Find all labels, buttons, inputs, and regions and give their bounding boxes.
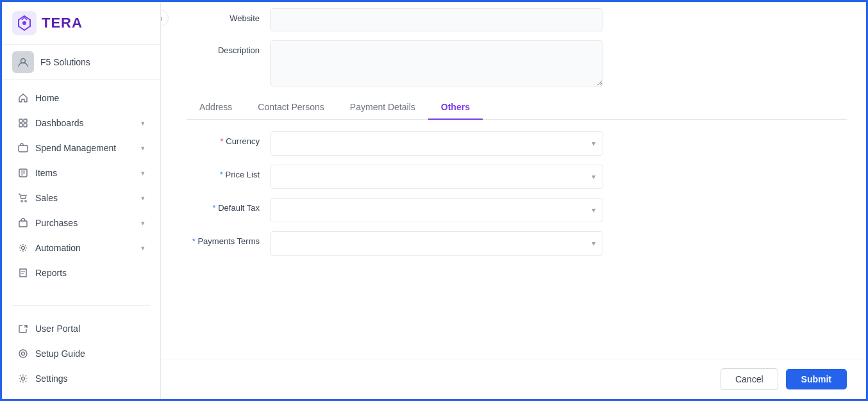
payments-terms-field-row: * Payments Terms ▾ [187,231,847,256]
sidebar-item-label: Purchases [35,218,78,228]
svg-rect-3 [19,119,22,122]
currency-select-wrapper: ▾ [270,131,603,156]
currency-required-star: * [221,136,226,146]
default-tax-required-star: * [213,203,219,213]
nav-bottom: User Portal Setup Guide Settings [2,311,160,399]
svg-point-14 [22,352,25,356]
tab-contact-persons[interactable]: Contact Persons [245,95,337,120]
description-label: Description [187,40,270,55]
price-list-field-row: * Price List ▾ [187,165,847,189]
user-name: F5 Solutions [40,57,90,67]
cancel-button[interactable]: Cancel [721,368,778,390]
sidebar-item-label: Settings [35,373,68,384]
sidebar-item-user-portal[interactable]: User Portal [6,316,156,341]
default-tax-select[interactable] [270,198,603,222]
price-list-select[interactable] [270,165,603,189]
description-input[interactable] [270,40,603,86]
tab-address[interactable]: Address [187,95,245,120]
sidebar-divider [12,305,150,306]
svg-point-1 [22,21,26,25]
currency-select[interactable] [270,131,603,156]
currency-label: * Currency [187,131,270,146]
logo-area: TERA [2,2,160,45]
payments-terms-select-wrapper: ▾ [270,231,603,256]
svg-point-13 [19,350,27,357]
payments-terms-select[interactable] [270,231,603,256]
svg-point-9 [21,201,22,202]
svg-rect-11 [19,221,27,227]
chevron-down-icon: ▾ [141,194,145,202]
sidebar-item-items[interactable]: Items ▾ [6,161,156,185]
reports-icon [17,267,29,279]
items-icon [17,167,29,179]
tabs-row: Address Contact Persons Payment Details … [187,95,847,120]
sidebar-item-label: User Portal [35,323,80,334]
settings-icon [17,373,29,384]
spend-management-icon [17,142,29,154]
setup-guide-icon [17,348,29,359]
tera-logo-icon [12,11,37,35]
sidebar-item-purchases[interactable]: Purchases ▾ [6,211,156,235]
collapse-icon: « [161,13,163,23]
sidebar-item-label: Home [35,93,59,103]
sidebar-item-label: Sales [35,193,58,203]
tab-payment-details[interactable]: Payment Details [337,95,428,120]
svg-rect-5 [19,124,22,127]
sidebar-item-label: Automation [35,243,81,253]
sidebar-item-label: Items [35,168,57,178]
sidebar-item-label: Reports [35,268,67,278]
sidebar-item-home[interactable]: Home [6,86,156,110]
chevron-down-icon: ▾ [141,169,145,177]
payments-terms-label: * Payments Terms [187,231,270,246]
svg-rect-4 [24,119,27,122]
sidebar-item-dashboards[interactable]: Dashboards ▾ [6,111,156,135]
price-list-required-star: * [220,170,226,179]
dashboards-icon [17,117,29,129]
website-input[interactable] [270,8,603,31]
user-portal-icon [17,323,29,334]
sidebar: TERA F5 Solutions Home Dashboards ▾ [2,2,161,399]
main-content: « Website Description Address Contact Pe… [161,2,866,399]
price-list-label: * Price List [187,165,270,179]
chevron-down-icon: ▾ [141,244,145,252]
default-tax-label: * Default Tax [187,198,270,213]
description-field-row: Description [187,40,847,86]
sidebar-item-sales[interactable]: Sales ▾ [6,186,156,210]
submit-button[interactable]: Submit [786,369,847,389]
sidebar-item-label: Dashboards [35,118,84,128]
sidebar-item-spend-management[interactable]: Spend Management ▾ [6,136,156,160]
website-field-row: Website [187,8,847,31]
avatar [12,51,34,73]
home-icon [17,92,29,104]
nav-items: Home Dashboards ▾ Spend Management ▾ Ite… [2,80,160,300]
svg-rect-7 [19,145,28,152]
sidebar-item-reports[interactable]: Reports [6,261,156,285]
price-list-select-wrapper: ▾ [270,165,603,189]
svg-point-12 [22,247,25,250]
tab-others[interactable]: Others [428,95,483,120]
sales-icon [17,192,29,204]
default-tax-select-wrapper: ▾ [270,198,603,222]
sidebar-item-automation[interactable]: Automation ▾ [6,236,156,260]
chevron-down-icon: ▾ [141,144,145,152]
sidebar-item-label: Setup Guide [35,348,85,359]
default-tax-field-row: * Default Tax ▾ [187,198,847,222]
app-name: TERA [42,15,83,31]
svg-rect-6 [24,124,27,127]
purchases-icon [17,217,29,229]
currency-field-row: * Currency ▾ [187,131,847,156]
user-area: F5 Solutions [2,45,160,80]
action-bar: Cancel Submit [161,359,866,399]
svg-point-10 [25,201,26,202]
automation-icon [17,242,29,254]
sidebar-item-label: Spend Management [35,143,116,153]
sidebar-item-setup-guide[interactable]: Setup Guide [6,341,156,366]
chevron-down-icon: ▾ [141,219,145,227]
website-label: Website [187,8,270,23]
chevron-down-icon: ▾ [141,119,145,127]
svg-point-15 [22,377,25,381]
form-area: Website Description Address Contact Pers… [161,2,866,359]
sidebar-item-settings[interactable]: Settings [6,366,156,391]
